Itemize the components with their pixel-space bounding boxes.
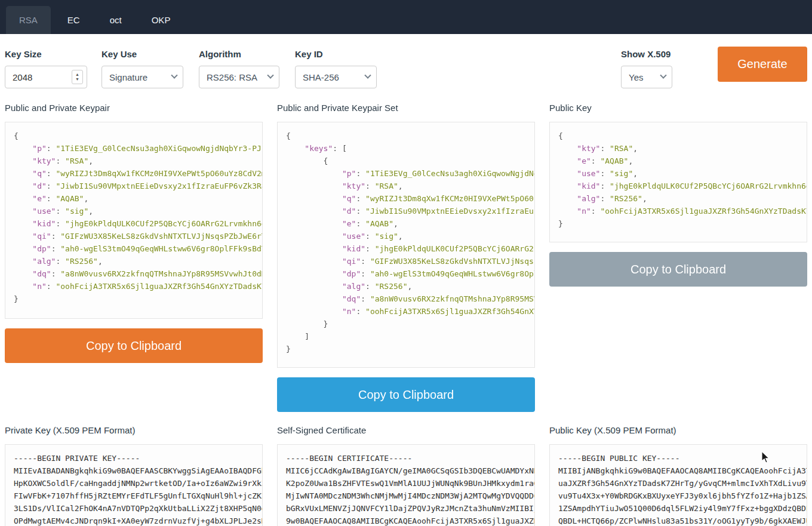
tab-okp-label: OKP [152, 15, 171, 25]
tab-oct[interactable]: oct [97, 6, 135, 34]
chevron-down-icon [364, 72, 371, 79]
tab-ec[interactable]: EC [54, 6, 93, 34]
key-size-textbox: ▲ ▼ [5, 66, 87, 88]
copy-public-key-button[interactable]: Copy to Clipboard [549, 252, 807, 287]
show-x509-select[interactable]: Yes [621, 66, 672, 88]
keypair-json-output[interactable]: { "p": "1TiE3EVg_G0lCecNsu3agh0XiGqwowNg… [5, 122, 263, 319]
stepper-down-icon[interactable]: ▼ [75, 77, 79, 82]
key-use-select[interactable]: Signature [102, 66, 183, 88]
tab-oct-label: oct [110, 15, 122, 25]
stepper-up-icon[interactable]: ▲ [75, 72, 79, 77]
certificate-output[interactable]: -----BEGIN CERTIFICATE----- MIIC6jCCAdKg… [277, 444, 535, 526]
key-use-label: Key Use [102, 49, 183, 60]
algorithm-group: Algorithm RS256: RSA [199, 49, 279, 88]
key-id-select[interactable]: SHA-256 [295, 66, 377, 88]
section-private-pem: Private Key (X.509 PEM Format) -----BEGI… [5, 425, 263, 526]
chevron-down-icon [171, 72, 177, 79]
key-size-group: Key Size ▲ ▼ [5, 49, 87, 88]
key-id-label: Key ID [295, 49, 377, 60]
key-type-tabbar: RSA EC oct OKP [0, 0, 812, 34]
section-public-pem: Public Key (X.509 PEM Format) -----BEGIN… [549, 425, 807, 526]
key-id-value: SHA-256 [303, 72, 361, 82]
copy-keypair-button[interactable]: Copy to Clipboard [5, 328, 263, 363]
show-x509-group: Show X.509 Yes [621, 49, 672, 88]
tab-rsa-label: RSA [19, 15, 38, 25]
chevron-down-icon [660, 72, 666, 79]
generator-controls: Key Size ▲ ▼ Key Use Signature Algorithm… [0, 34, 812, 100]
tab-ec-label: EC [67, 15, 80, 25]
key-size-stepper[interactable]: ▲ ▼ [72, 70, 83, 84]
chevron-down-icon [267, 72, 273, 79]
generate-button[interactable]: Generate [718, 47, 807, 82]
algorithm-select[interactable]: RS256: RSA [199, 66, 279, 88]
public-key-title: Public Key [549, 103, 807, 115]
public-pem-output[interactable]: -----BEGIN PUBLIC KEY----- MIIBIjANBgkqh… [549, 444, 807, 526]
algorithm-value: RS256: RSA [207, 72, 263, 82]
tab-okp[interactable]: OKP [139, 6, 184, 34]
key-use-value: Signature [109, 72, 167, 82]
public-pem-title: Public Key (X.509 PEM Format) [549, 425, 807, 437]
show-x509-value: Yes [629, 72, 656, 82]
keypair-set-json-output[interactable]: { "keys": [ { "p": "1TiE3EVg_G0lCecNsu3a… [277, 122, 535, 368]
public-key-json-output[interactable]: { "kty": "RSA", "e": "AQAB", "use": "sig… [549, 122, 807, 242]
certificate-title: Self-Signed Certificate [277, 425, 535, 437]
tab-rsa[interactable]: RSA [6, 6, 51, 34]
key-use-group: Key Use Signature [102, 49, 183, 88]
section-keypair: Public and Private Keypair { "p": "1TiE3… [5, 103, 263, 363]
key-size-label: Key Size [5, 49, 87, 60]
section-keypair-set: Public and Private Keypair Set { "keys":… [277, 103, 535, 412]
keypair-set-title: Public and Private Keypair Set [277, 103, 535, 115]
private-pem-output[interactable]: -----BEGIN PRIVATE KEY----- MIIEvAIBADAN… [5, 444, 263, 526]
algorithm-label: Algorithm [199, 49, 279, 60]
private-pem-title: Private Key (X.509 PEM Format) [5, 425, 263, 437]
keypair-title: Public and Private Keypair [5, 103, 263, 115]
show-x509-label: Show X.509 [621, 49, 672, 60]
key-id-group: Key ID SHA-256 [295, 49, 377, 88]
section-certificate: Self-Signed Certificate -----BEGIN CERTI… [277, 425, 535, 526]
section-public-key: Public Key { "kty": "RSA", "e": "AQAB", … [549, 103, 807, 287]
jwk-generator-page: RSA EC oct OKP Key Size ▲ ▼ Key Use Sign… [0, 0, 812, 526]
copy-keypair-set-button[interactable]: Copy to Clipboard [277, 377, 535, 412]
